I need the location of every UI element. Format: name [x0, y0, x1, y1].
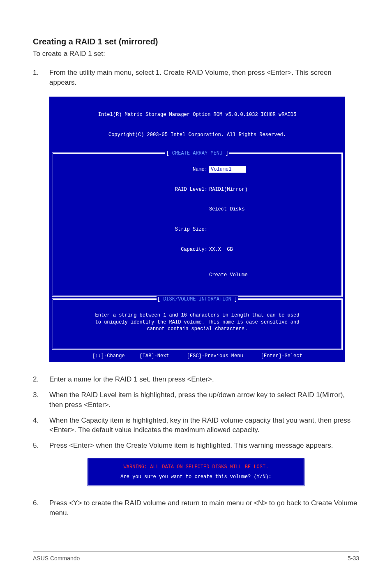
- warning-heading: WARNING: ALL DATA ON SELECTED DISKS WILL…: [96, 464, 296, 470]
- select-disks[interactable]: Select Disks: [208, 206, 244, 213]
- create-volume-action[interactable]: Create Volume: [208, 272, 248, 278]
- name-label: Name:: [88, 166, 208, 173]
- console-title-line2: Copyright(C) 2003-05 Intel Corporation. …: [52, 132, 343, 138]
- section-intro: To create a RAID 1 set:: [33, 50, 359, 58]
- disk-volume-panel: DISK/VOLUME INFORMATION Enter a string b…: [52, 298, 343, 350]
- bios-screenshot: Intel(R) Matrix Storage Manager Option R…: [49, 97, 345, 363]
- step-2: Enter a name for the RAID 1 set, then pr…: [33, 375, 359, 384]
- console-footer-keys: [↑↓]-Change [TAB]-Next [ESC]-Previous Me…: [49, 351, 345, 362]
- console-title-line1: Intel(R) Matrix Storage Manager Option R…: [52, 111, 343, 118]
- footer-left: ASUS Commando: [33, 555, 80, 562]
- step-1: From the utility main menu, select 1. Cr…: [33, 68, 359, 88]
- name-field[interactable]: Volume1: [209, 166, 246, 173]
- capacity-label: Capacity:: [88, 246, 208, 253]
- create-array-panel: CREATE ARRAY MENU Name:Volume1 RAID Leve…: [52, 153, 343, 297]
- create-array-panel-title: CREATE ARRAY MENU: [165, 150, 229, 157]
- strip-size-label: Strip Size:: [88, 226, 208, 233]
- raid-level-label: RAID Level:: [88, 186, 208, 193]
- raid-level-value[interactable]: RAID1(Mirror): [208, 186, 248, 193]
- capacity-value[interactable]: XX.X GB: [208, 246, 233, 253]
- warning-dialog: WARNING: ALL DATA ON SELECTED DISKS WILL…: [87, 458, 305, 487]
- step-6: Press <Y> to create the RAID volume and …: [33, 498, 359, 518]
- step-5: Press <Enter> when the Create Volume ite…: [33, 441, 359, 451]
- step-3: When the RAID Level item is highlighted,…: [33, 390, 359, 410]
- disk-volume-help: Enter a string between 1 and 16 characte…: [59, 312, 336, 332]
- section-heading: Creating a RAID 1 set (mirrored): [33, 37, 359, 46]
- disk-volume-panel-title: DISK/VOLUME INFORMATION: [157, 296, 238, 303]
- footer-right: 5-33: [348, 555, 359, 562]
- step-4: When the Capacity item is highlighted, k…: [33, 416, 359, 435]
- warning-body: Are you sure you want to create this vol…: [96, 474, 296, 480]
